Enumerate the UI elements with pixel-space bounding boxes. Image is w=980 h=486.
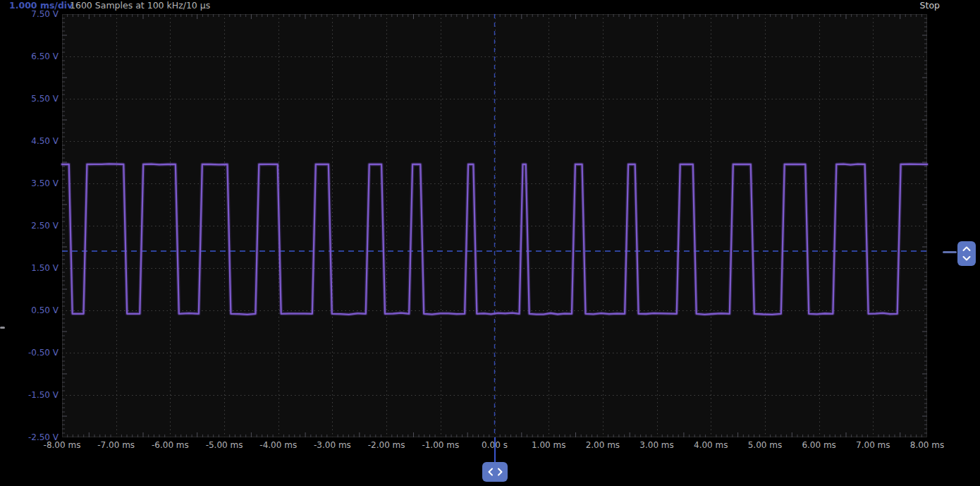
x-axis-label: -2.00 ms	[358, 440, 415, 450]
x-axis-label: 4.00 ms	[682, 440, 739, 450]
y-axis-label: 7.50 V	[9, 9, 59, 19]
x-axis-label: -5.00 ms	[196, 440, 252, 450]
trigger-level-connector-line	[943, 251, 957, 253]
y-axis-label: 2.50 V	[9, 221, 59, 231]
x-axis-label: 3.00 ms	[629, 440, 685, 450]
oscilloscope-screen: 1.000 ms/div 1600 Samples at 100 kHz/10 …	[0, 0, 980, 486]
y-axis-label: -1.50 V	[9, 390, 59, 400]
x-axis-label: -6.00 ms	[142, 440, 198, 450]
chevron-left-icon	[487, 468, 494, 476]
x-axis-label: 7.00 ms	[845, 440, 901, 450]
x-axis-label: -1.00 ms	[412, 440, 469, 450]
chevron-up-icon	[962, 246, 972, 252]
y-axis-label: 1.50 V	[9, 263, 59, 273]
y-axis-label: 3.50 V	[9, 178, 59, 188]
y-axis-label: 4.50 V	[9, 136, 59, 146]
y-axis-label: 6.50 V	[9, 51, 59, 61]
trigger-time-connector-line	[494, 437, 496, 463]
x-axis-label: -4.00 ms	[250, 440, 307, 450]
y-axis-label: 5.50 V	[9, 94, 59, 104]
x-axis-label: 6.00 ms	[791, 440, 847, 450]
left-edge-marker	[0, 327, 5, 329]
pan-horizontal-button[interactable]	[482, 462, 508, 482]
x-axis-label: -3.00 ms	[304, 440, 360, 450]
x-axis-label: -8.00 ms	[34, 440, 90, 450]
x-axis-label: 8.00 ms	[899, 440, 955, 450]
chevron-right-icon	[496, 468, 503, 476]
x-axis-label: 5.00 ms	[737, 440, 793, 450]
x-axis-label: -7.00 ms	[88, 440, 145, 450]
trigger-level-button[interactable]	[957, 241, 976, 266]
chevron-down-icon	[962, 255, 972, 261]
x-axis-label: 1.00 ms	[520, 440, 577, 450]
y-axis-label: 0.50 V	[9, 305, 59, 315]
waveform-plot[interactable]	[0, 0, 980, 486]
y-axis-label: -0.50 V	[9, 348, 59, 358]
x-axis-label: 2.00 ms	[575, 440, 631, 450]
